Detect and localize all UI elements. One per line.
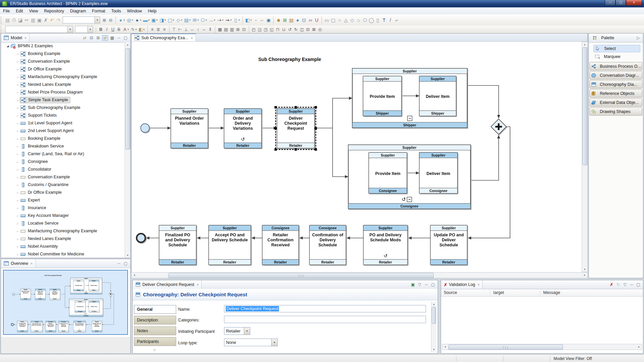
expand-icon[interactable]: ▹	[16, 122, 20, 125]
expand-icon[interactable]: ▹	[16, 168, 20, 171]
collapse-all-icon[interactable]: ⊟	[89, 36, 94, 40]
chevron-down-icon[interactable]: ▾	[222, 19, 223, 21]
chevron-down-icon[interactable]: ▾	[136, 28, 137, 31]
menu-view[interactable]: View	[26, 9, 41, 13]
editor-tab[interactable]: Sub Choreography Exa... ×	[132, 34, 196, 41]
loop-type-dropdown[interactable]: None▼	[224, 339, 278, 346]
rotate-right-icon[interactable]: ↻	[293, 27, 299, 32]
tree-item[interactable]: ▹Nobel Assembly	[1, 243, 125, 250]
shape-rect-tool[interactable]: ▭	[324, 17, 330, 23]
properties-tab[interactable]: Deliver Checkpoint Request ×	[133, 280, 202, 289]
palette-group[interactable]: Choreography Dia...	[589, 80, 642, 88]
model-tree-scrollbar[interactable]: ▴ ▾	[125, 42, 130, 258]
print-icon[interactable]: ⎙	[11, 17, 17, 23]
font-color-icon[interactable]: A	[122, 27, 128, 32]
align-left-icon[interactable]: ≡	[149, 27, 155, 32]
shape-diamond-tool[interactable]: ◇	[349, 17, 355, 23]
tree-item[interactable]: ▹Nested Lanes Example	[1, 235, 125, 243]
canvas-vscrollbar[interactable]: ▴ ▾	[582, 42, 588, 272]
tree-item[interactable]: ▹Insurance	[1, 204, 125, 212]
gateway-tool[interactable]: ◇	[175, 17, 182, 23]
validation-hscrollbar[interactable]: ◂ | | | ▸	[442, 344, 642, 350]
collapse-palette-icon[interactable]: ▷	[636, 36, 641, 40]
tree-item[interactable]: ▹Nobel Prize Process Diagram	[1, 88, 125, 96]
palette-group[interactable]: Reference Objects	[589, 89, 642, 98]
chevron-down-icon[interactable]: ▾	[143, 28, 145, 31]
end-event-tool[interactable]: ●	[134, 17, 140, 23]
paste-icon[interactable]: ▣	[36, 17, 43, 23]
tree-item[interactable]: ▹Simple Task Example	[1, 96, 125, 104]
table-view-icon[interactable]: ▦	[110, 36, 115, 40]
tree-item[interactable]: ▹Expert	[1, 196, 125, 204]
copy-icon[interactable]: ▥	[30, 17, 36, 23]
expand-icon[interactable]: ▹	[16, 91, 20, 94]
align-bottom-icon[interactable]: ⊥	[183, 27, 189, 32]
scroll-down-icon[interactable]: ▾	[582, 267, 587, 272]
strikethrough-icon[interactable]: S	[116, 27, 122, 32]
tree-item[interactable]: ▹Dr Office Example	[1, 65, 125, 73]
tree-item[interactable]: ▹Consignee	[1, 158, 125, 166]
send-back-icon[interactable]: ◲	[257, 27, 263, 32]
chevron-down-icon[interactable]: ▼	[244, 327, 250, 335]
chevron-down-icon[interactable]: ▾	[230, 19, 232, 21]
chevron-down-icon[interactable]: ▾	[181, 19, 183, 21]
zoom-sel-icon[interactable]: ⊡	[241, 27, 247, 32]
expand-icon[interactable]: ▹	[16, 199, 20, 202]
conversation-tool[interactable]: ⎔	[200, 17, 206, 23]
chevron-down-icon[interactable]: ▼	[87, 26, 93, 33]
align-middle-icon[interactable]: ⊢	[177, 27, 183, 32]
tab-notes[interactable]: Notes	[134, 326, 176, 335]
close-icon[interactable]: ×	[197, 283, 199, 287]
flip-v-icon[interactable]: ⊟	[305, 27, 311, 32]
palette-group[interactable]: External Data Obje...	[589, 98, 642, 107]
save-icon[interactable]: ▤	[4, 17, 11, 23]
select-area-tool[interactable]: ◧	[244, 17, 251, 23]
rotate-left-icon[interactable]: ↺	[287, 27, 293, 32]
tree-item[interactable]: ◢BPMN 2 Examples	[1, 42, 125, 50]
minimize-view-icon[interactable]: ─	[116, 261, 122, 266]
annotation-tool[interactable]: ▯	[232, 17, 239, 23]
cut-icon[interactable]: ✂	[23, 17, 30, 23]
overview-tab[interactable]: Overview ×	[1, 259, 36, 268]
clear-log-icon[interactable]: ✗	[609, 282, 614, 287]
org-chart-icon[interactable]: ⊞	[282, 17, 288, 23]
message-tool[interactable]: ✉	[192, 17, 198, 23]
close-icon[interactable]: ×	[30, 261, 32, 265]
fill-color-icon[interactable]: ◧	[138, 27, 144, 32]
font-name-combo[interactable]: ▼	[5, 26, 73, 33]
delete-icon[interactable]: ✗	[43, 17, 49, 23]
maximize-view-icon[interactable]: ▢	[123, 36, 128, 40]
catalog-icon[interactable]: ▤	[288, 17, 294, 23]
maximize-button[interactable]: ▢	[616, 0, 626, 6]
categories-field[interactable]	[224, 316, 426, 323]
palette-tool-marquee[interactable]: Marquee	[593, 53, 640, 60]
chevron-down-icon[interactable]: ▾	[148, 19, 150, 21]
tree-item[interactable]: ▹Locative Service	[1, 220, 125, 227]
expand-icon[interactable]: ▹	[16, 145, 20, 148]
tree-item[interactable]: ▹Customs / Quarantine	[1, 181, 125, 189]
expand-icon[interactable]: ▹	[16, 206, 20, 210]
maximize-view-icon[interactable]: ▢	[430, 282, 436, 287]
collapse-icon[interactable]: ◢	[6, 45, 10, 48]
shape-oval-tool[interactable]: ◯	[368, 17, 374, 23]
align-right-icon[interactable]: ≡	[161, 27, 167, 32]
shape-hexagon-tool[interactable]: ⎔	[362, 17, 368, 23]
diagram-canvas[interactable]: Sub Choreography ExampleSupplierShipperS…	[131, 42, 582, 272]
tree-item[interactable]: ▹Breakdown Service	[1, 142, 125, 150]
snap-grid-icon[interactable]: ⊞	[235, 27, 241, 32]
quick-zoom-combo[interactable]: ▼	[63, 16, 100, 23]
chevron-down-icon[interactable]: ▾	[251, 19, 252, 21]
tab-scroll-down-icon[interactable]: ▽	[151, 349, 158, 352]
sequence-flow-tool[interactable]: →	[208, 17, 214, 23]
italic-icon[interactable]: I	[104, 27, 110, 32]
expand-icon[interactable]: ▹	[16, 129, 20, 133]
match-width-icon[interactable]: ↔	[189, 27, 195, 32]
maximize-view-icon[interactable]: ▢	[636, 282, 641, 287]
chevron-down-icon[interactable]: ▾	[173, 19, 174, 21]
call-activity-tool[interactable]: ◨	[159, 17, 165, 23]
bring-forward-icon[interactable]: ◳	[263, 27, 269, 32]
expand-icon[interactable]: ▹	[16, 60, 20, 63]
tree-item[interactable]: ▹Sub Choreography Example	[1, 104, 125, 112]
refresh-icon[interactable]: ↻	[616, 282, 621, 287]
chevron-down-icon[interactable]: ▾	[128, 28, 129, 31]
